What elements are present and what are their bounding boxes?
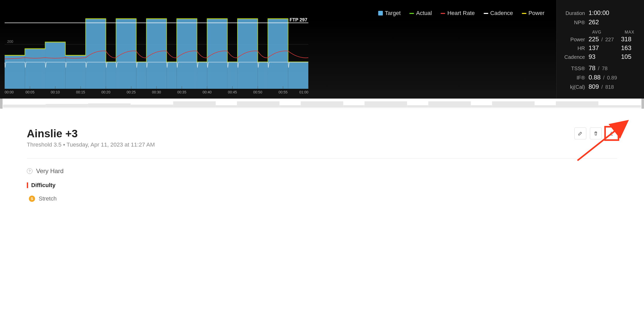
legend-power: Power bbox=[522, 10, 544, 17]
workout-subtitle: Threshold 3.5 • Tuesday, Apr 11, 2023 at… bbox=[27, 141, 155, 148]
workout-chart-panel: Target Actual Heart Rate Cadence Power 2… bbox=[0, 0, 644, 99]
if-label: IF® bbox=[563, 75, 589, 81]
svg-text:00:25: 00:25 bbox=[127, 90, 136, 94]
svg-text:00:40: 00:40 bbox=[203, 90, 212, 94]
svg-rect-13 bbox=[197, 62, 207, 89]
svg-rect-16 bbox=[237, 19, 258, 89]
help-icon[interactable]: ? bbox=[27, 168, 32, 174]
svg-text:00:50: 00:50 bbox=[253, 90, 262, 94]
svg-rect-4 bbox=[45, 42, 65, 89]
difficulty-rating: Very Hard bbox=[36, 167, 64, 175]
svg-text:00:45: 00:45 bbox=[228, 90, 237, 94]
download-button[interactable] bbox=[605, 127, 617, 139]
svg-rect-58 bbox=[365, 101, 407, 108]
svg-rect-2 bbox=[5, 55, 25, 89]
np-label: NP® bbox=[563, 20, 589, 26]
svg-rect-55 bbox=[279, 105, 301, 108]
svg-text:00:05: 00:05 bbox=[26, 90, 35, 94]
svg-rect-64 bbox=[556, 101, 598, 108]
cad-max: 105 bbox=[621, 53, 631, 60]
svg-rect-19 bbox=[288, 62, 308, 89]
if-value: 0.88 / 0.89 bbox=[589, 74, 617, 81]
svg-rect-5 bbox=[65, 55, 86, 89]
svg-rect-50 bbox=[88, 103, 131, 108]
svg-text:00:00: 00:00 bbox=[5, 90, 14, 94]
svg-rect-54 bbox=[237, 101, 279, 108]
legend-cadence: Cadence bbox=[484, 10, 513, 17]
tss-value: 78 / 78 bbox=[589, 65, 608, 72]
trash-icon bbox=[593, 131, 598, 136]
minimap-handle-right[interactable] bbox=[641, 99, 644, 109]
duration-label: Duration bbox=[563, 10, 589, 16]
hr-avg: 137 bbox=[589, 44, 621, 52]
legend-hr: Heart Rate bbox=[441, 10, 475, 17]
workout-chart[interactable]: 200FTP 29700:0000:0500:1000:1500:2000:25… bbox=[3, 0, 310, 94]
duration-value: 1:00:00 bbox=[589, 9, 609, 17]
svg-rect-48 bbox=[3, 105, 46, 108]
legend-actual: Actual bbox=[409, 10, 432, 17]
pencil-icon bbox=[578, 131, 583, 136]
svg-rect-63 bbox=[535, 105, 556, 108]
summary-panel: Duration1:00:00 NP®262 AVGMAX Power225 /… bbox=[556, 0, 644, 99]
svg-text:FTP 297: FTP 297 bbox=[290, 17, 307, 22]
power-label: Power bbox=[563, 37, 589, 43]
svg-text:00:15: 00:15 bbox=[76, 90, 85, 94]
divider bbox=[27, 158, 617, 159]
svg-rect-53 bbox=[216, 105, 237, 108]
svg-rect-15 bbox=[227, 62, 237, 89]
hr-max: 163 bbox=[621, 44, 631, 52]
svg-text:00:55: 00:55 bbox=[278, 90, 287, 94]
svg-text:00:10: 00:10 bbox=[51, 90, 60, 94]
legend-target: Target bbox=[378, 10, 401, 17]
workout-title: Ainslie +3 bbox=[27, 127, 155, 140]
tss-label: TSS® bbox=[563, 66, 589, 71]
svg-rect-62 bbox=[492, 101, 535, 108]
svg-rect-49 bbox=[46, 104, 88, 108]
svg-text:00:35: 00:35 bbox=[177, 90, 186, 94]
minimap-handle-left[interactable] bbox=[0, 99, 3, 109]
power-max: 318 bbox=[621, 36, 631, 43]
svg-rect-18 bbox=[268, 19, 288, 89]
difficulty-heading: Difficulty bbox=[27, 182, 617, 189]
delete-button[interactable] bbox=[590, 127, 602, 139]
svg-text:200: 200 bbox=[7, 39, 13, 44]
cad-avg: 93 bbox=[589, 53, 621, 60]
svg-rect-57 bbox=[343, 105, 364, 108]
kj-label: kj(Cal) bbox=[563, 84, 589, 90]
svg-rect-56 bbox=[301, 101, 343, 108]
minimap-profile bbox=[3, 100, 641, 108]
svg-rect-12 bbox=[177, 19, 197, 89]
svg-text:00:30: 00:30 bbox=[152, 90, 161, 94]
svg-rect-6 bbox=[86, 19, 106, 89]
avg-header: AVG bbox=[592, 30, 625, 35]
power-avg: 225 / 227 bbox=[589, 36, 621, 43]
svg-rect-52 bbox=[173, 101, 216, 108]
svg-rect-10 bbox=[146, 19, 167, 89]
svg-rect-59 bbox=[407, 105, 428, 108]
svg-rect-7 bbox=[106, 62, 116, 89]
download-icon bbox=[609, 131, 614, 136]
svg-rect-3 bbox=[25, 49, 45, 89]
np-value: 262 bbox=[589, 19, 599, 26]
svg-text:01:00: 01:00 bbox=[299, 90, 308, 94]
svg-rect-51 bbox=[131, 105, 173, 108]
svg-rect-17 bbox=[258, 62, 268, 89]
svg-rect-61 bbox=[471, 105, 492, 108]
max-header: MAX bbox=[625, 30, 634, 35]
workout-details: Ainslie +3 Threshold 3.5 • Tuesday, Apr … bbox=[0, 109, 644, 210]
svg-text:00:20: 00:20 bbox=[101, 90, 110, 94]
svg-rect-14 bbox=[207, 19, 227, 89]
stretch-label: Stretch bbox=[39, 195, 57, 202]
edit-button[interactable] bbox=[574, 127, 586, 139]
chart-area: Target Actual Heart Rate Cadence Power 2… bbox=[0, 0, 556, 99]
stretch-badge-icon: S bbox=[29, 196, 35, 202]
svg-rect-65 bbox=[598, 105, 641, 108]
svg-rect-8 bbox=[116, 19, 136, 89]
svg-rect-9 bbox=[136, 62, 146, 89]
kj-value: 809 / 818 bbox=[589, 83, 614, 90]
chart-legend: Target Actual Heart Rate Cadence Power bbox=[378, 10, 544, 17]
svg-rect-60 bbox=[428, 101, 471, 108]
difficulty-rating-row: ? Very Hard bbox=[27, 167, 617, 175]
chart-minimap[interactable] bbox=[0, 99, 644, 109]
svg-rect-11 bbox=[167, 62, 177, 89]
